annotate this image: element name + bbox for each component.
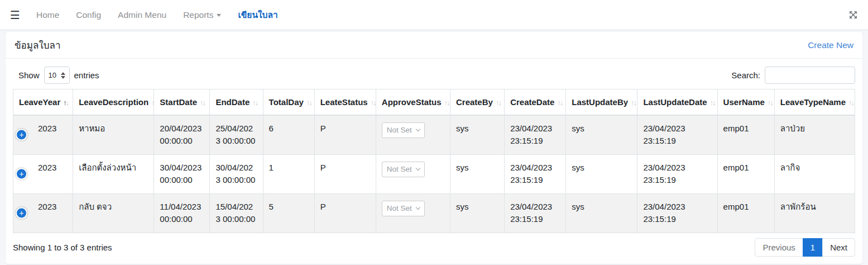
cell-start_date: 30/04/2023 00:00:00 xyxy=(154,154,210,193)
cell-leave_description: กลับ ตจว xyxy=(73,193,154,233)
table-row: +2023หาหมอ20/04/2023 00:00:0025/04/2023 … xyxy=(13,115,855,155)
cell-leave_type_name: ลาป่วย xyxy=(774,115,855,155)
column-header-last_update_date[interactable]: LastUpdateDate↑↓ xyxy=(637,89,717,115)
cell-total_day: 1 xyxy=(263,154,314,193)
pagination-previous[interactable]: Previous xyxy=(755,238,803,257)
column-label: LeaveYear xyxy=(19,97,60,107)
entries-label: entries xyxy=(74,70,99,80)
sort-icons: ↑↓ xyxy=(371,98,376,107)
leave-table: LeaveYear↑↓LeaveDescription↑↓StartDate↑↓… xyxy=(13,89,855,233)
nav-item-3[interactable]: Admin Menu xyxy=(109,10,175,20)
card-header: ข้อมูลใบลา Create New xyxy=(6,32,862,59)
cell-leave_type_name: ลากิจ xyxy=(774,154,855,193)
nav-item-label: Admin Menu xyxy=(118,10,166,20)
select-spinner-icon xyxy=(61,72,65,79)
page-length-select[interactable]: 10 xyxy=(44,67,70,84)
column-label: StartDate xyxy=(160,97,197,107)
cell-leave_year: +2023 xyxy=(13,154,73,193)
cell-user_name: emp01 xyxy=(717,154,774,193)
cell-last_update_date: 23/04/2023 23:15:19 xyxy=(637,115,717,155)
column-label: LastUpdateDate xyxy=(643,97,707,107)
create-new-link[interactable]: Create New xyxy=(808,40,853,50)
cell-end_date: 25/04/2023 00:00:00 xyxy=(210,115,263,155)
column-header-leave_description[interactable]: LeaveDescription↑↓ xyxy=(73,89,154,115)
leave-data-card: ข้อมูลใบลา Create New Show 10 entries Se… xyxy=(6,32,862,264)
expand-row-button[interactable]: + xyxy=(16,207,27,219)
expand-row-button[interactable]: + xyxy=(16,129,27,141)
cell-leave_description: หาหมอ xyxy=(73,115,154,155)
cell-leave_year: +2023 xyxy=(13,115,73,155)
cell-create_date: 23/04/2023 23:15:19 xyxy=(505,115,566,155)
column-label: LeateStatus xyxy=(320,97,368,107)
column-label: UserName xyxy=(723,97,765,107)
column-label: LeaveDescription xyxy=(79,97,148,107)
chevron-down-icon xyxy=(416,205,420,210)
chevron-down-icon xyxy=(416,127,420,131)
expand-row-button[interactable]: + xyxy=(16,168,27,180)
cell-total_day: 6 xyxy=(263,115,314,155)
search-input[interactable] xyxy=(765,67,855,84)
sort-icons: ↑↓ xyxy=(496,98,501,107)
column-label: CreateDate xyxy=(510,97,554,107)
fullscreen-icon[interactable] xyxy=(848,10,858,20)
sort-icons: ↑↓ xyxy=(252,98,257,107)
column-label: LeaveTypeName xyxy=(780,97,846,107)
sort-icons: ↑↓ xyxy=(557,98,562,107)
column-header-leate_status[interactable]: LeateStatus↑↓ xyxy=(314,89,376,115)
sort-icons: ↑↓ xyxy=(63,98,68,107)
column-header-start_date[interactable]: StartDate↑↓ xyxy=(154,89,210,115)
pagination-page-1[interactable]: 1 xyxy=(803,238,823,257)
cell-leave_type_name: ลาพักร้อน xyxy=(774,193,855,233)
cell-user_name: emp01 xyxy=(717,193,774,233)
chevron-down-icon xyxy=(416,166,420,171)
cell-start_date: 20/04/2023 00:00:00 xyxy=(154,115,210,155)
nav-item-2[interactable]: Config xyxy=(68,10,109,20)
sort-icons: ↑↓ xyxy=(631,98,636,107)
nav-item-label: Home xyxy=(36,10,59,20)
approve-status-select[interactable]: Not Set xyxy=(382,162,425,177)
column-header-approve_status[interactable]: ApproveStatus↑↓ xyxy=(376,89,450,115)
table-header: LeaveYear↑↓LeaveDescription↑↓StartDate↑↓… xyxy=(13,89,855,115)
page-length-control: Show 10 entries xyxy=(13,67,99,84)
pagination: Previous 1 Next xyxy=(755,238,855,257)
table-header-row: LeaveYear↑↓LeaveDescription↑↓StartDate↑↓… xyxy=(13,89,855,115)
column-header-create_by[interactable]: CreateBy↑↓ xyxy=(450,89,505,115)
search-label: Search: xyxy=(731,70,760,80)
column-header-create_date[interactable]: CreateDate↑↓ xyxy=(505,89,566,115)
column-header-total_day[interactable]: TotalDay↑↓ xyxy=(263,89,314,115)
table-body: +2023หาหมอ20/04/2023 00:00:0025/04/2023 … xyxy=(13,115,855,233)
sort-icons: ↑↓ xyxy=(710,98,715,107)
column-header-leave_year[interactable]: LeaveYear↑↓ xyxy=(13,89,73,115)
nav-item-5[interactable]: เขียนใบลา xyxy=(229,8,286,22)
sort-icons: ↑↓ xyxy=(768,98,773,107)
approve-status-select[interactable]: Not Set xyxy=(382,122,425,138)
column-label: CreateBy xyxy=(456,97,493,107)
cell-create_date: 23/04/2023 23:15:19 xyxy=(505,154,566,193)
cell-leave_year: +2023 xyxy=(13,193,73,233)
table-footer: Showing 1 to 3 of 3 entries Previous 1 N… xyxy=(13,238,855,257)
entries-info: Showing 1 to 3 of 3 entries xyxy=(13,243,112,252)
approve-status-value: Not Set xyxy=(387,164,412,175)
column-header-leave_type_name[interactable]: LeaveTypeName↑↓ xyxy=(774,89,855,115)
sort-icons: ↑↓ xyxy=(848,98,853,107)
card-body: Show 10 entries Search: LeaveYear↑↓Leave… xyxy=(6,59,862,264)
cell-create_date: 23/04/2023 23:15:19 xyxy=(505,193,566,233)
pagination-next[interactable]: Next xyxy=(822,238,855,257)
approve-status-value: Not Set xyxy=(387,125,412,136)
cell-approve_status: Not Set xyxy=(376,115,450,155)
column-header-user_name[interactable]: UserName↑↓ xyxy=(717,89,774,115)
menu-toggle-icon[interactable]: ☰ xyxy=(10,10,20,21)
nav-item-label: เขียนใบลา xyxy=(238,8,277,22)
column-header-last_update_by[interactable]: LastUpdateBy↑↓ xyxy=(566,89,637,115)
cell-last_update_by: sys xyxy=(566,154,637,193)
column-label: ApproveStatus xyxy=(382,97,442,107)
nav-item-1[interactable]: Home xyxy=(28,10,68,20)
cell-leave_description: เลือกตั้งล่วงหน้า xyxy=(73,154,154,193)
search-control: Search: xyxy=(731,67,855,84)
approve-status-select[interactable]: Not Set xyxy=(382,201,425,216)
nav-item-4[interactable]: Reports xyxy=(175,10,229,20)
cell-total_day: 5 xyxy=(263,193,314,233)
top-navbar: ☰ HomeConfigAdmin MenuReportsเขียนใบลา xyxy=(0,0,868,30)
sort-icons: ↑↓ xyxy=(151,98,154,107)
column-header-end_date[interactable]: EndDate↑↓ xyxy=(210,89,263,115)
